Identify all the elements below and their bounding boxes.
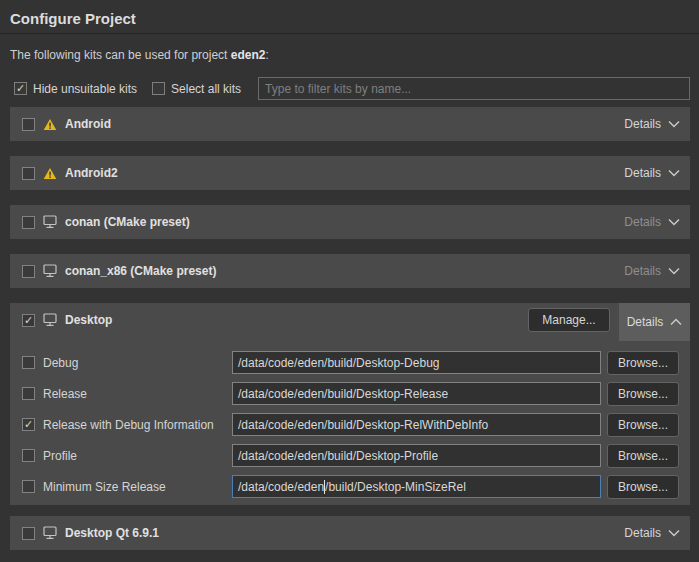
details-label: Details [624,264,661,278]
manage-kits-button[interactable]: Manage... [528,308,610,332]
config-label: Profile [43,449,77,463]
browse-button[interactable]: Browse... [607,351,679,375]
kit-filter-controls: Hide unsuitable kits Select all kits [14,77,690,100]
desktop-icon [43,313,57,327]
kit-row-conan: conan (CMake preset) Details [10,205,690,239]
kit-name: conan (CMake preset) [65,215,190,229]
kit-name: conan_x86 (CMake preset) [65,264,216,278]
config-checkbox[interactable] [22,449,35,462]
desktop-icon [43,264,57,278]
desktop-icon [43,215,57,229]
details-label: Details [624,166,661,180]
kit-row-android2: Android2 Details [10,156,690,190]
desktop-icon [43,526,57,540]
browse-button[interactable]: Browse... [607,475,679,499]
browse-button[interactable]: Browse... [607,444,679,468]
details-toggle[interactable]: Details [624,166,690,180]
kit-checkbox[interactable] [22,527,35,540]
chevron-down-icon [668,117,680,131]
kit-name: Android [65,117,111,131]
browse-button[interactable]: Browse... [607,382,679,406]
kit-row-conan-x86: conan_x86 (CMake preset) Details [10,254,690,288]
details-label: Details [624,215,661,229]
browse-button[interactable]: Browse... [607,413,679,437]
kit-checkbox[interactable] [22,265,35,278]
checkbox-label: Hide unsuitable kits [33,82,137,96]
build-dir-input[interactable]: /data/code/eden/build/Desktop-MinSizeRel [232,475,601,498]
config-checkbox[interactable] [22,387,35,400]
details-label: Details [624,526,661,540]
checkbox-icon[interactable] [14,82,27,95]
config-checkbox[interactable] [22,418,35,431]
select-all-kits-checkbox[interactable]: Select all kits [152,82,241,96]
build-dir-input[interactable]: /data/code/eden/build/Desktop-RelWithDeb… [232,413,601,436]
build-dir-input[interactable]: /data/code/eden/build/Desktop-Debug [232,351,601,374]
checkbox-icon[interactable] [152,82,165,95]
build-config-row-profile: Profile /data/code/eden/build/Desktop-Pr… [10,442,690,469]
page-title: Configure Project [0,0,699,34]
intro-text: The following kits can be used for proje… [10,48,689,62]
hide-unsuitable-kits-checkbox[interactable]: Hide unsuitable kits [14,82,137,96]
kit-row-android: Android Details [10,107,690,141]
chevron-down-icon [668,526,680,540]
build-config-row-release: Release /data/code/eden/build/Desktop-Re… [10,380,690,407]
kit-checkbox[interactable] [22,167,35,180]
kit-name: Android2 [65,166,118,180]
chevron-down-icon [668,166,680,180]
project-name: eden2 [231,48,266,62]
chevron-down-icon [668,264,680,278]
build-dir-input[interactable]: /data/code/eden/build/Desktop-Release [232,382,601,405]
details-toggle[interactable]: Details [624,264,690,278]
checkbox-label: Select all kits [171,82,241,96]
configure-project-page: Configure Project The following kits can… [0,0,699,562]
filter-kits-input[interactable] [258,77,690,100]
config-label: Release with Debug Information [43,418,214,432]
config-label: Minimum Size Release [43,480,166,494]
details-toggle[interactable]: Details [624,215,690,229]
build-config-row-debug: Debug /data/code/eden/build/Desktop-Debu… [10,349,690,376]
details-toggle[interactable]: Details [624,526,690,540]
details-toggle[interactable]: Details [624,117,690,131]
warning-icon [43,118,57,131]
kit-checkbox[interactable] [22,216,35,229]
config-label: Debug [43,356,78,370]
config-label: Release [43,387,87,401]
kit-name: Desktop [65,313,112,327]
details-label: Details [624,117,661,131]
kit-checkbox[interactable] [22,314,35,327]
kit-name: Desktop Qt 6.9.1 [65,526,159,540]
build-config-row-minsizerel: Minimum Size Release /data/code/eden/bui… [10,473,690,500]
kit-panel-desktop: Details Desktop Manage... Debug /data/co… [10,303,690,505]
kit-row-desktop-qt: Desktop Qt 6.9.1 Details [10,516,690,550]
kit-checkbox[interactable] [22,118,35,131]
chevron-down-icon [668,215,680,229]
build-dir-input[interactable]: /data/code/eden/build/Desktop-Profile [232,444,601,467]
config-checkbox[interactable] [22,356,35,369]
warning-icon [43,167,57,180]
build-config-row-relwithdebinfo: Release with Debug Information /data/cod… [10,411,690,438]
config-checkbox[interactable] [22,480,35,493]
